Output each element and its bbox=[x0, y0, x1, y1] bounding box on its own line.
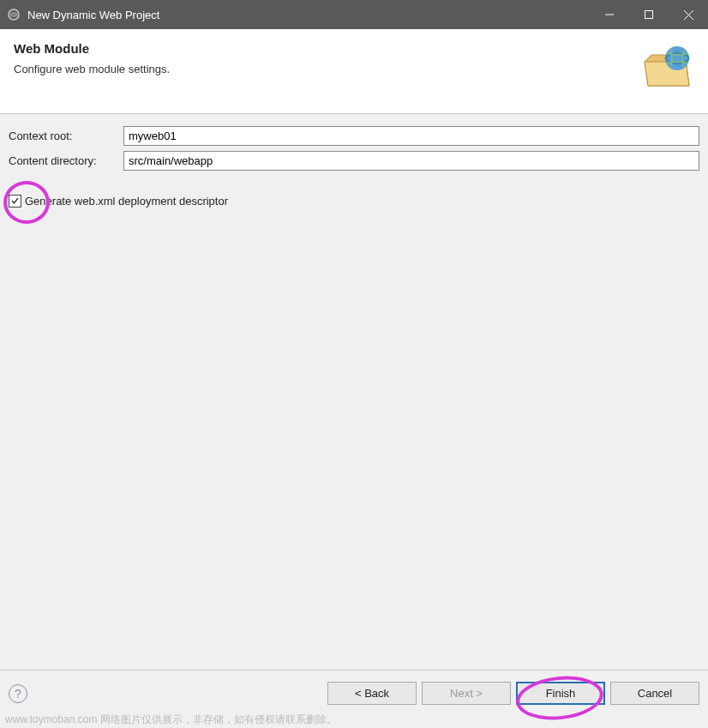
context-root-input[interactable] bbox=[123, 126, 699, 146]
maximize-button[interactable] bbox=[629, 0, 669, 29]
svg-rect-3 bbox=[645, 11, 653, 19]
context-root-label: Context root: bbox=[9, 129, 123, 142]
page-description: Configure web module settings. bbox=[14, 63, 170, 75]
header-text: Web Module Configure web module settings… bbox=[14, 41, 170, 75]
content-directory-input[interactable] bbox=[123, 151, 699, 171]
next-button: Next > bbox=[422, 682, 511, 705]
generate-webxml-label: Generate web.xml deployment descriptor bbox=[25, 195, 228, 208]
generate-webxml-checkbox[interactable] bbox=[9, 195, 21, 208]
content-directory-row: Content directory: bbox=[9, 151, 699, 171]
form-area: Context root: Content directory: Generat… bbox=[0, 114, 708, 220]
close-button[interactable] bbox=[669, 0, 708, 29]
window-controls bbox=[590, 0, 708, 29]
help-icon[interactable]: ? bbox=[9, 684, 27, 703]
finish-button[interactable]: Finish bbox=[516, 682, 605, 705]
svg-point-6 bbox=[665, 46, 689, 70]
watermark-text: www.toymoban.com 网络图片仅供展示，非存储，如有侵权请联系删除。 bbox=[5, 713, 337, 727]
context-root-row: Context root: bbox=[9, 126, 699, 146]
back-button[interactable]: < Back bbox=[327, 682, 417, 705]
window-title: New Dynamic Web Project bbox=[27, 9, 590, 21]
titlebar: New Dynamic Web Project bbox=[0, 0, 708, 29]
button-bar: ? < Back Next > Finish Cancel bbox=[0, 670, 708, 716]
page-title: Web Module bbox=[14, 41, 170, 56]
generate-webxml-row: Generate web.xml deployment descriptor bbox=[9, 195, 699, 208]
eclipse-icon bbox=[7, 8, 21, 21]
content-directory-label: Content directory: bbox=[9, 154, 123, 167]
wizard-header: Web Module Configure web module settings… bbox=[0, 29, 708, 114]
svg-point-1 bbox=[9, 12, 19, 17]
cancel-button[interactable]: Cancel bbox=[610, 682, 699, 705]
web-folder-icon bbox=[639, 41, 694, 96]
minimize-button[interactable] bbox=[590, 0, 629, 29]
